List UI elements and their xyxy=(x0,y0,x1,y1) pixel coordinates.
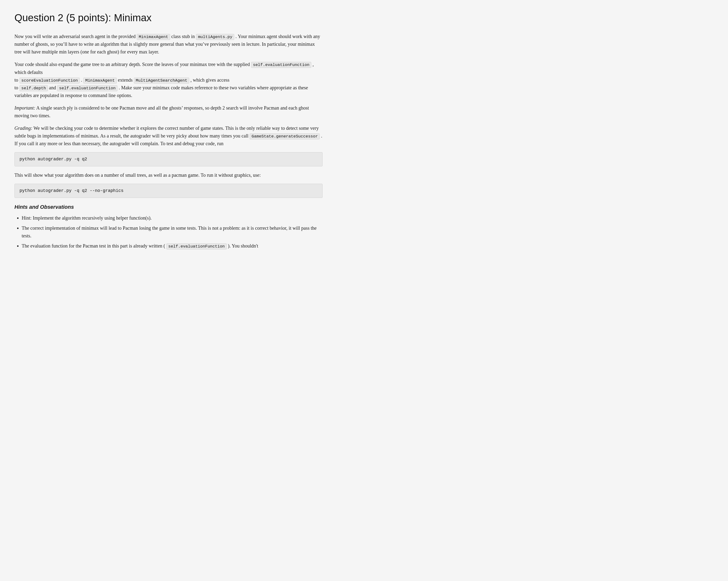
page-title: Question 2 (5 points): Minimax xyxy=(15,10,322,26)
paragraph-5: This will show what your algorithm does … xyxy=(15,171,322,179)
self-eval-function-code-1: self.evaluationFunction xyxy=(251,62,312,68)
important-label: Important: xyxy=(15,105,35,110)
code-block-2: python autograder.py -q q2 --no-graphics xyxy=(15,184,322,198)
p3-text: A single search ply is considered to be … xyxy=(15,105,309,118)
code-block-1: python autograder.py -q q2 xyxy=(15,152,322,167)
p2-to-1: to xyxy=(15,77,18,82)
paragraph-4-grading: Grading: We will be checking your code t… xyxy=(15,124,322,147)
p2-extends: extends xyxy=(118,77,134,82)
p1-text-before-code1: Now you will write an adversarial search… xyxy=(15,34,135,39)
hints-heading: Hints and Observations xyxy=(15,203,322,211)
minimax-agent-code: MinimaxAgent xyxy=(137,34,170,40)
p2-text-before: Your code should also expand the game tr… xyxy=(15,61,250,67)
multi-agent-search-agent-code: MultiAgentSearchAgent xyxy=(134,78,189,83)
self-depth-code: self.depth xyxy=(20,85,48,91)
paragraph-2: Your code should also expand the game tr… xyxy=(15,60,322,99)
hint-1: Hint: Implement the algorithm recursivel… xyxy=(22,214,322,222)
p2-to-2: to xyxy=(15,85,18,90)
p2-and: and xyxy=(49,85,57,90)
minimax-agent-code-2: MinimaxAgent xyxy=(83,78,116,83)
self-eval-function-code-2: self.evaluationFunction xyxy=(57,85,118,91)
p2-gives-access: , which gives access xyxy=(190,77,229,82)
hint-2: The correct implementation of minimax wi… xyxy=(22,224,322,239)
self-eval-function-code-3: self.evaluationFunction xyxy=(166,244,227,249)
game-state-generate-successor-code: GameState.generateSuccessor xyxy=(250,133,320,140)
multi-agents-py-code: multiAgents.py xyxy=(196,34,234,40)
hint-3: The evaluation function for the Pacman t… xyxy=(22,242,322,250)
score-eval-function-code: scoreEvaluationFunction xyxy=(20,78,80,83)
p1-text-between: class stub in xyxy=(172,34,196,39)
grading-label: Grading: xyxy=(15,125,32,131)
hints-list: Hint: Implement the algorithm recursivel… xyxy=(22,214,322,250)
paragraph-3-important: Important: A single search ply is consid… xyxy=(15,104,322,120)
paragraph-1: Now you will write an adversarial search… xyxy=(15,32,322,56)
